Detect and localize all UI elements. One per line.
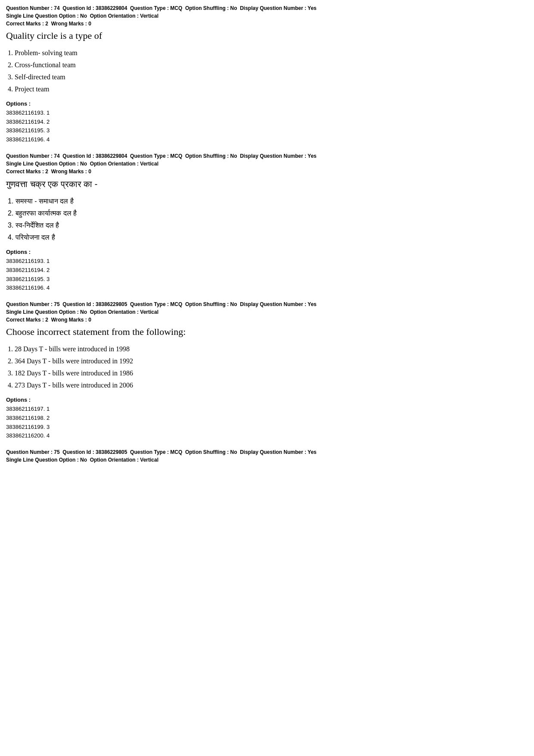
option-item: 3. 182 Days T - bills were introduced in… xyxy=(8,368,528,378)
question-text-75-en: Choose incorrect statement from the foll… xyxy=(6,325,528,339)
option-item: 1. 28 Days T - bills were introduced in … xyxy=(8,344,528,354)
question-meta-75-en: Question Number : 75 Question Id : 38386… xyxy=(6,300,528,316)
option-id-item: 383862116196. 4 xyxy=(6,284,528,293)
option-item: 1. समस्या - समाधान दल है xyxy=(8,196,528,206)
option-id-item: 383862116200. 4 xyxy=(6,431,528,440)
option-ids-75-en: 383862116197. 1 383862116198. 2 38386211… xyxy=(6,405,528,440)
option-item: 3. स्व-निर्देशित दल है xyxy=(8,220,528,231)
option-id-item: 383862116198. 2 xyxy=(6,414,528,423)
option-item: 2. 364 Days T - bills were introduced in… xyxy=(8,356,528,366)
question-meta-74-en: Question Number : 74 Question Id : 38386… xyxy=(6,4,528,20)
option-item: 3. Self-directed team xyxy=(8,72,528,82)
question-block-75-hi-partial: Question Number : 75 Question Id : 38386… xyxy=(6,448,528,464)
question-meta-74-hi: Question Number : 74 Question Id : 38386… xyxy=(6,152,528,168)
option-item: 2. Cross-functional team xyxy=(8,60,528,70)
page-content: Question Number : 74 Question Id : 38386… xyxy=(6,4,528,464)
option-item: 4. 273 Days T - bills were introduced in… xyxy=(8,380,528,390)
question-text-74-hi: गुणवत्ता चक्र एक प्रकार का - xyxy=(6,177,528,191)
question-meta-75-hi-partial: Question Number : 75 Question Id : 38386… xyxy=(6,448,528,464)
question-block-74-en: Question Number : 74 Question Id : 38386… xyxy=(6,4,528,144)
options-label-75-en: Options : xyxy=(6,397,528,403)
marks-74-hi: Correct Marks : 2 Wrong Marks : 0 xyxy=(6,169,528,175)
option-id-item: 383862116196. 4 xyxy=(6,135,528,144)
option-id-item: 383862116195. 3 xyxy=(6,275,528,284)
option-ids-74-en: 383862116193. 1 383862116194. 2 38386211… xyxy=(6,109,528,144)
question-text-74-en: Quality circle is a type of xyxy=(6,29,528,43)
answer-options-74-en: 1. Problem- solving team 2. Cross-functi… xyxy=(6,48,528,94)
answer-options-75-en: 1. 28 Days T - bills were introduced in … xyxy=(6,344,528,390)
option-id-item: 383862116199. 3 xyxy=(6,423,528,432)
option-id-item: 383862116193. 1 xyxy=(6,257,528,266)
option-item: 1. Problem- solving team xyxy=(8,48,528,58)
options-label-74-en: Options : xyxy=(6,100,528,107)
option-item: 2. बहुतरफा कार्यात्मक दल है xyxy=(8,208,528,219)
option-item: 4. Project team xyxy=(8,84,528,94)
question-block-74-hi: Question Number : 74 Question Id : 38386… xyxy=(6,152,528,293)
option-ids-74-hi: 383862116193. 1 383862116194. 2 38386211… xyxy=(6,257,528,293)
answer-options-74-hi: 1. समस्या - समाधान दल है 2. बहुतरफा कार्… xyxy=(6,196,528,243)
option-item: 4. परियोजना दल है xyxy=(8,232,528,243)
marks-74-en: Correct Marks : 2 Wrong Marks : 0 xyxy=(6,21,528,27)
options-label-74-hi: Options : xyxy=(6,249,528,255)
option-id-item: 383862116197. 1 xyxy=(6,405,528,414)
option-id-item: 383862116195. 3 xyxy=(6,126,528,135)
option-id-item: 383862116193. 1 xyxy=(6,109,528,118)
marks-75-en: Correct Marks : 2 Wrong Marks : 0 xyxy=(6,317,528,323)
option-id-item: 383862116194. 2 xyxy=(6,266,528,275)
option-id-item: 383862116194. 2 xyxy=(6,118,528,127)
question-block-75-en: Question Number : 75 Question Id : 38386… xyxy=(6,300,528,440)
